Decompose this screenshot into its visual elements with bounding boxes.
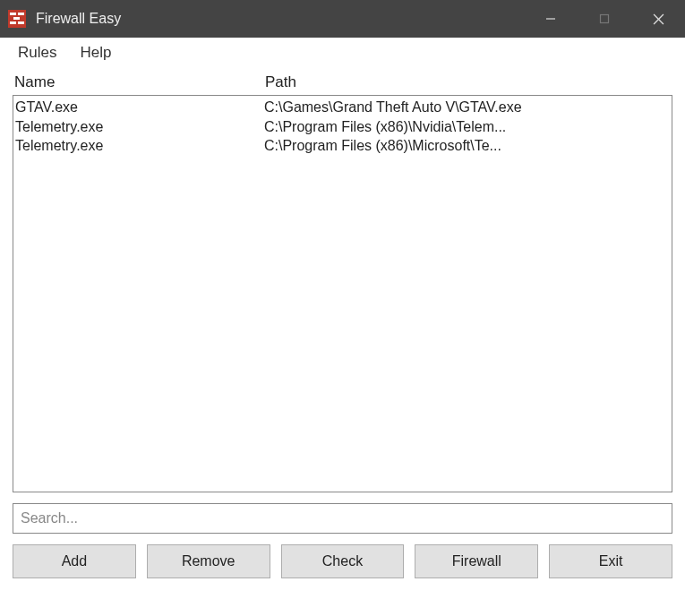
exit-button[interactable]: Exit [549, 544, 672, 578]
column-header-name[interactable]: Name [14, 73, 265, 91]
search-wrap [13, 503, 672, 534]
rules-list[interactable]: GTAV.exe C:\Games\Grand Theft Auto V\GTA… [13, 95, 672, 492]
list-item[interactable]: GTAV.exe C:\Games\Grand Theft Auto V\GTA… [13, 98, 672, 117]
add-button[interactable]: Add [13, 544, 136, 578]
svg-rect-7 [601, 15, 609, 23]
cell-path: C:\Program Files (x86)\Nvidia\Telem... [264, 117, 672, 137]
svg-rect-2 [18, 13, 24, 15]
column-header-path[interactable]: Path [265, 73, 671, 91]
remove-button[interactable]: Remove [147, 544, 270, 578]
content-area: Name Path GTAV.exe C:\Games\Grand Theft … [0, 68, 685, 616]
minimize-button[interactable] [524, 0, 578, 38]
check-button[interactable]: Check [281, 544, 405, 578]
svg-rect-5 [18, 21, 24, 24]
cell-name: Telemetry.exe [15, 136, 264, 156]
window-controls [524, 0, 685, 38]
svg-rect-3 [13, 17, 20, 20]
app-icon [7, 9, 27, 29]
firewall-button[interactable]: Firewall [415, 544, 538, 578]
close-button[interactable] [631, 0, 685, 38]
maximize-button[interactable] [578, 0, 631, 38]
svg-rect-4 [10, 21, 16, 24]
button-row: Add Remove Check Firewall Exit [13, 544, 672, 578]
cell-path: C:\Games\Grand Theft Auto V\GTAV.exe [264, 98, 672, 117]
menubar: Rules Help [0, 38, 685, 68]
column-headers: Name Path [13, 68, 672, 95]
menu-help[interactable]: Help [71, 40, 120, 65]
svg-rect-1 [10, 13, 16, 15]
list-item[interactable]: Telemetry.exe C:\Program Files (x86)\Mic… [13, 136, 672, 156]
cell-path: C:\Program Files (x86)\Microsoft\Te... [264, 136, 672, 156]
cell-name: Telemetry.exe [15, 117, 264, 137]
cell-name: GTAV.exe [15, 98, 264, 117]
window-title: Firewall Easy [36, 11, 524, 27]
search-input[interactable] [13, 503, 672, 534]
menu-rules[interactable]: Rules [9, 40, 65, 65]
list-item[interactable]: Telemetry.exe C:\Program Files (x86)\Nvi… [13, 117, 672, 137]
titlebar: Firewall Easy [0, 0, 685, 38]
